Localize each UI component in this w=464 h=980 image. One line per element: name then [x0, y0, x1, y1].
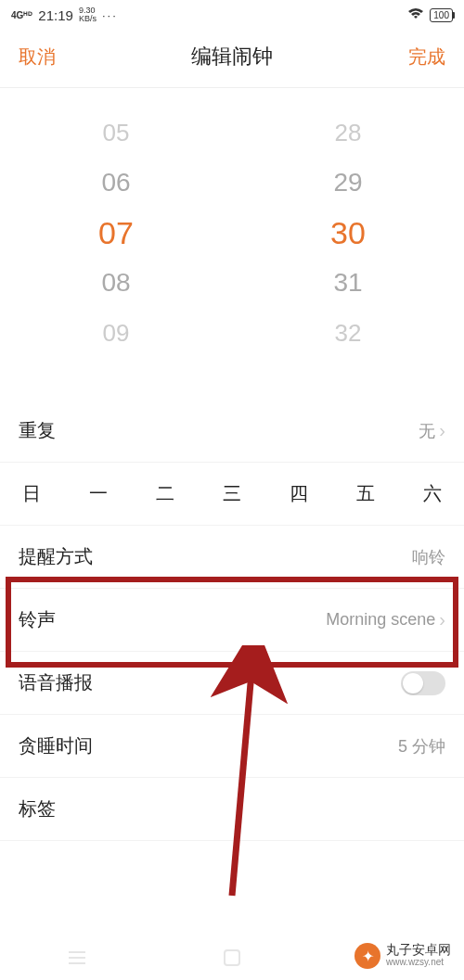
picker-hour-item: 05 — [103, 116, 130, 149]
weekday-tue[interactable]: 二 — [152, 481, 178, 506]
ringtone-value: Morning scene › — [326, 609, 445, 630]
picker-minute-item: 31 — [333, 266, 362, 299]
minute-column[interactable]: 28 29 30 31 32 — [330, 116, 366, 350]
status-bar: 4Gᴴᴰ 21:19 9.30KB/s ··· 100 — [0, 0, 464, 30]
svg-rect-3 — [69, 962, 85, 964]
picker-hour-item: 09 — [103, 316, 130, 350]
voice-row[interactable]: 语音播报 — [0, 652, 464, 715]
weekday-thu[interactable]: 四 — [286, 481, 312, 506]
nav-home-icon[interactable] — [222, 948, 242, 968]
weekday-selector: 日 一 二 三 四 五 六 — [0, 463, 464, 526]
snooze-row[interactable]: 贪睡时间 5 分钟 — [0, 715, 464, 778]
tag-row[interactable]: 标签 — [0, 778, 464, 841]
data-speed: 9.30KB/s — [79, 6, 97, 23]
voice-toggle[interactable] — [401, 671, 445, 695]
cancel-button[interactable]: 取消 — [19, 45, 56, 70]
status-more-icon: ··· — [102, 8, 118, 22]
chevron-right-icon: › — [439, 420, 445, 441]
wifi-icon — [407, 7, 424, 23]
watermark: ✦ 丸子安卓网 www.wzsy.net — [349, 939, 457, 973]
weekday-mon[interactable]: 一 — [85, 481, 111, 506]
ringtone-label: 铃声 — [19, 607, 56, 632]
toggle-knob — [403, 673, 423, 694]
picker-minute-selected: 30 — [330, 216, 366, 249]
reminder-row[interactable]: 提醒方式 响铃 — [0, 526, 464, 589]
snooze-value: 5 分钟 — [398, 735, 445, 757]
ringtone-row[interactable]: 铃声 Morning scene › — [0, 589, 464, 652]
picker-hour-item: 06 — [101, 166, 130, 199]
time-picker[interactable]: 05 06 07 08 09 28 29 30 31 32 — [0, 87, 464, 387]
weekday-sun[interactable]: 日 — [19, 481, 45, 506]
page-title: 编辑闹钟 — [191, 43, 273, 70]
done-button[interactable]: 完成 — [408, 45, 445, 70]
picker-minute-item: 32 — [335, 316, 362, 350]
tag-label: 标签 — [19, 796, 56, 821]
battery-indicator: 100 — [430, 8, 453, 22]
settings-list: 重复 无 › 日 一 二 三 四 五 六 提醒方式 响铃 铃声 Morning … — [0, 400, 464, 841]
watermark-url: www.wzsy.net — [386, 956, 451, 969]
picker-hour-selected: 07 — [98, 216, 134, 249]
repeat-row[interactable]: 重复 无 › — [0, 400, 464, 463]
svg-rect-2 — [69, 957, 85, 959]
repeat-value: 无 › — [419, 420, 445, 442]
svg-rect-4 — [225, 950, 239, 965]
snooze-label: 贪睡时间 — [19, 733, 93, 758]
weekday-fri[interactable]: 五 — [353, 481, 379, 506]
hour-column[interactable]: 05 06 07 08 09 — [98, 116, 134, 350]
picker-minute-item: 28 — [335, 116, 362, 149]
reminder-label: 提醒方式 — [19, 544, 93, 569]
watermark-title: 丸子安卓网 — [386, 943, 451, 956]
picker-hour-item: 08 — [101, 266, 130, 299]
weekday-wed[interactable]: 三 — [219, 481, 245, 506]
weekday-sat[interactable]: 六 — [419, 481, 445, 506]
header-bar: 取消 编辑闹钟 完成 — [0, 30, 464, 87]
nav-menu-icon[interactable] — [67, 948, 87, 968]
chevron-right-icon: › — [439, 609, 445, 630]
watermark-logo-icon: ✦ — [354, 943, 380, 969]
status-time: 21:19 — [38, 7, 73, 23]
voice-label: 语音播报 — [19, 670, 93, 695]
network-indicator: 4Gᴴᴰ — [11, 10, 32, 20]
svg-rect-1 — [69, 951, 85, 953]
picker-minute-item: 29 — [333, 166, 362, 199]
reminder-value: 响铃 — [412, 546, 445, 568]
repeat-label: 重复 — [19, 418, 56, 443]
